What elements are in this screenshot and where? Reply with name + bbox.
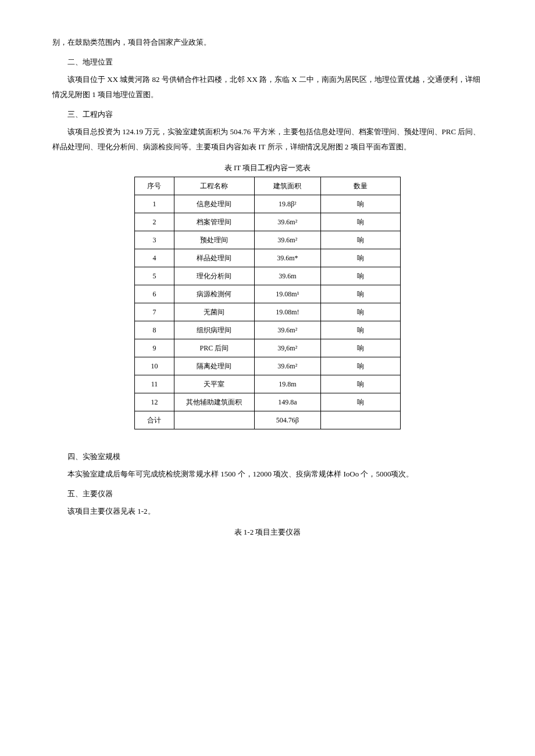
table-row: 3预处理间39.6m²响 <box>134 231 401 249</box>
table-header-cell: 建筑面积 <box>254 177 320 195</box>
table-cell: 9 <box>134 339 174 357</box>
table-cell <box>321 411 401 429</box>
table-cell: 响 <box>321 339 401 357</box>
table-cell: 天平室 <box>174 375 254 393</box>
table-cell: 6 <box>134 285 174 303</box>
heading-location: 二、地理位置 <box>52 55 483 70</box>
table-row: 7无菌间19.08m!响 <box>134 303 401 321</box>
table-cell: 档案管理间 <box>174 213 254 231</box>
table-cell: 19.8β² <box>254 195 320 213</box>
table-cell: 无菌间 <box>174 303 254 321</box>
table-cell: 病源检測何 <box>174 285 254 303</box>
paragraph-instruments: 该项目主要仪器见表 1-2。 <box>52 504 483 519</box>
table-cell: 响 <box>321 357 401 375</box>
paragraph-lab-scale: 本实验室建成后每年可完成统检统测常规水样 1500 个，12000 项次、疫病常… <box>52 467 483 482</box>
table-total-row: 合计 504.76β <box>134 411 401 429</box>
table-cell: 信息处理间 <box>174 195 254 213</box>
table-cell: 39.6m <box>254 267 320 285</box>
table-cell: 其他辅助建筑面积 <box>174 393 254 411</box>
heading-engineering: 三、工程内容 <box>52 107 483 122</box>
table-cell: 7 <box>134 303 174 321</box>
table-row: 5理化分析间39.6m响 <box>134 267 401 285</box>
table-cell: 19.08m¹ <box>254 285 320 303</box>
table-cell: 预处理间 <box>174 231 254 249</box>
table-header-cell: 序号 <box>134 177 174 195</box>
table-cell: 1 <box>134 195 174 213</box>
table-header-cell: 工程名称 <box>174 177 254 195</box>
table-cell: 合计 <box>134 411 174 429</box>
table-cell: 响 <box>321 249 401 267</box>
table-cell: 39.6m² <box>254 231 320 249</box>
table-cell: 19.8m <box>254 375 320 393</box>
table-row: 2档案管理间39.6m²响 <box>134 213 401 231</box>
table-cell: 理化分析间 <box>174 267 254 285</box>
paragraph-location: 该项目位于 XX 城黄河路 82 号供销合作社四楼，北邻 XX 路，东临 X 二… <box>52 72 483 102</box>
table-cell: 样品处理间 <box>174 249 254 267</box>
table-cell: 响 <box>321 195 401 213</box>
table1-caption: 表 IT 项目工程内容一览表 <box>52 160 483 175</box>
heading-instruments: 五、主要仪器 <box>52 486 483 501</box>
table-cell: 149.8a <box>254 393 320 411</box>
table-cell: 响 <box>321 303 401 321</box>
table-cell: 8 <box>134 321 174 339</box>
table-cell: 4 <box>134 249 174 267</box>
table-row: 11天平室19.8m响 <box>134 375 401 393</box>
table-cell: 3 <box>134 231 174 249</box>
table-row: 9PRC 后间39,6m²响 <box>134 339 401 357</box>
table-cell: 响 <box>321 375 401 393</box>
table-row: 4样品处理间39.6m*响 <box>134 249 401 267</box>
table-cell: 504.76β <box>254 411 320 429</box>
table-header-cell: 数量 <box>321 177 401 195</box>
table-cell: 39,6m² <box>254 339 320 357</box>
table-cell: 响 <box>321 321 401 339</box>
table-cell: 39.6m² <box>254 357 320 375</box>
table-row: 12其他辅助建筑面积149.8a响 <box>134 393 401 411</box>
table-cell: 11 <box>134 375 174 393</box>
table-cell: 19.08m! <box>254 303 320 321</box>
table-cell: 10 <box>134 357 174 375</box>
table-cell: 响 <box>321 285 401 303</box>
table-cell: 5 <box>134 267 174 285</box>
table-cell: 39.6m* <box>254 249 320 267</box>
table-row: 1信息处理间19.8β²响 <box>134 195 401 213</box>
table-cell: 响 <box>321 267 401 285</box>
table-header-row: 序号 工程名称 建筑面积 数量 <box>134 177 401 195</box>
table-cell: 响 <box>321 393 401 411</box>
table-cell: PRC 后间 <box>174 339 254 357</box>
table-row: 6病源检測何19.08m¹响 <box>134 285 401 303</box>
heading-lab-scale: 四、实验室规模 <box>52 449 483 464</box>
table-row: 8组织病理间39.6m²响 <box>134 321 401 339</box>
paragraph-continuation: 别，在鼓励类范围内，项目符合国家产业政策。 <box>52 35 483 50</box>
table-cell: 组织病理间 <box>174 321 254 339</box>
table-cell: 2 <box>134 213 174 231</box>
table2-caption: 表 1-2 项目主要仪器 <box>52 525 483 540</box>
table-engineering-content: 序号 工程名称 建筑面积 数量 1信息处理间19.8β²响2档案管理间39.6m… <box>134 177 401 429</box>
paragraph-engineering: 该项目总投资为 124.19 万元，实验室建筑面积为 504.76 平方米，主要… <box>52 124 483 155</box>
table-cell: 响 <box>321 231 401 249</box>
table-cell: 39.6m² <box>254 321 320 339</box>
table-cell: 39.6m² <box>254 213 320 231</box>
table-cell: 隔离处理间 <box>174 357 254 375</box>
table-cell <box>174 411 254 429</box>
table-cell: 响 <box>321 213 401 231</box>
table-row: 10隔离处理间39.6m²响 <box>134 357 401 375</box>
table-cell: 12 <box>134 393 174 411</box>
